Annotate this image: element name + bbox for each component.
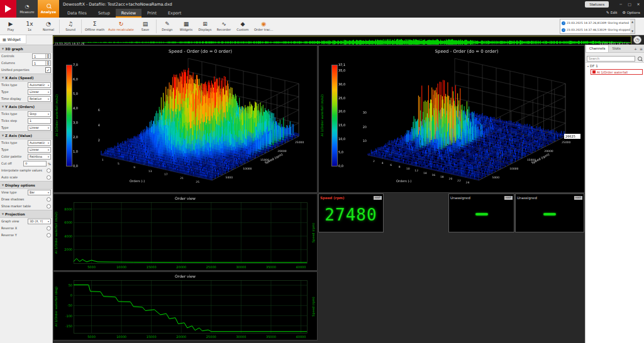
stepper-arrows-icon[interactable]: ▲▼	[45, 54, 50, 58]
panel-menu-icon[interactable]: ≡	[638, 45, 644, 52]
status-row: i23.03.2025 14:37:26,81309Storing starte…	[560, 19, 630, 26]
hist-badge: HIST	[504, 196, 513, 200]
tab-export[interactable]: Export	[162, 9, 187, 18]
toolbar-button-label: Auto recalculate	[108, 28, 134, 31]
analyze-button[interactable]: Analyze	[38, 0, 59, 18]
color-palette-dropdown[interactable]: Rainbow▾	[28, 154, 51, 160]
unassigned-display-2[interactable]: Unassigned HIST	[515, 193, 584, 232]
scroll-up-icon[interactable]: ▲	[631, 20, 633, 23]
toolbar-button-order-trac[interactable]: ◉Order trac...	[252, 20, 275, 32]
tab-widget[interactable]: ▦ Widget	[0, 35, 26, 44]
draw-shadows-toggle[interactable]	[47, 197, 51, 202]
order-view-plot-top[interactable]	[53, 193, 318, 271]
toolbar-button-recorder[interactable]: ∿Recorder	[214, 20, 233, 32]
toolbar-button-save[interactable]: ▤Save	[136, 20, 155, 32]
magnifier-icon	[47, 4, 51, 9]
waterfall-plot-right[interactable]	[318, 45, 585, 193]
section-header-display-options[interactable]: ▼Display options	[0, 181, 52, 189]
tab-print[interactable]: Print	[142, 9, 162, 18]
section-header-x-axis-speed[interactable]: ▼X Axis (Speed)	[0, 74, 52, 82]
toolbar-button-offline-math[interactable]: ΣOffline math	[83, 20, 106, 32]
section-header-3d-graph[interactable]: ▼3D graph	[0, 45, 52, 53]
chevron-down-icon: ▾	[48, 97, 49, 101]
graph-view-dropdown[interactable]: 3D (X, Y)▾	[28, 219, 51, 224]
widgets-icon: ▦	[184, 21, 189, 27]
status-row: i23.03.2025 14:37:46,53029Storing stoppe…	[560, 26, 630, 33]
toolbar-button-sound[interactable]: ♫Sound	[61, 20, 80, 32]
reverse-y-toggle[interactable]	[47, 233, 51, 237]
play-icon: ▶	[9, 21, 13, 27]
view-type-dropdown[interactable]: Bar▾	[28, 190, 51, 195]
maximize-button[interactable]: ▢	[625, 1, 634, 8]
auto-scale-toggle[interactable]	[47, 175, 51, 180]
type-dropdown[interactable]: Linear▾	[28, 89, 51, 95]
clock-button[interactable]: ◷	[633, 36, 641, 44]
search-input[interactable]	[587, 56, 635, 62]
stepper-arrows-icon[interactable]: ▲▼	[45, 61, 50, 65]
statuses-scrollbar[interactable]: ▲ ▼	[630, 19, 635, 33]
widget-tab-label: Widget	[8, 37, 21, 41]
edit-button[interactable]: ✎Edit	[606, 10, 618, 14]
prop-label: Controls	[1, 55, 32, 58]
interpolate-sample-values-toggle[interactable]	[47, 168, 51, 173]
cut-off-input[interactable]: 0	[23, 161, 47, 166]
section-header-projection[interactable]: ▼Projection	[0, 210, 52, 218]
tab-data-files[interactable]: Data files	[62, 9, 92, 18]
toolbar-button-normal[interactable]: ◔Normal	[39, 20, 58, 32]
speed-digital-display[interactable]: Speed (rpm) HIST 27480	[318, 193, 384, 232]
tab-slots[interactable]: Slots	[609, 45, 623, 52]
toolbar-button-displays[interactable]: ⊞Displays	[196, 20, 214, 32]
toolbar-button-1x[interactable]: 1x1x	[20, 20, 39, 32]
close-button[interactable]: ✕	[634, 1, 643, 8]
ticks-type-dropdown[interactable]: Step▾	[28, 111, 51, 117]
section-header-y-axis-orders[interactable]: ▼Y Axis (Orders)	[0, 102, 52, 111]
tree-node-df-1[interactable]: ▾DF 1	[586, 63, 644, 69]
type-dropdown[interactable]: Linear▾	[28, 125, 51, 131]
ticks-step-input[interactable]: 1	[28, 118, 51, 124]
toolbar-button-play[interactable]: ▶Play	[1, 20, 20, 32]
statuses-log: i23.03.2025 14:37:26,81309Storing starte…	[560, 19, 635, 34]
toolbar-button-widgets[interactable]: ▦Widgets	[177, 20, 196, 32]
toolbar-separator	[156, 19, 157, 33]
type-dropdown[interactable]: Linear▾	[28, 147, 51, 153]
time-display-dropdown[interactable]: Relative▾	[28, 96, 51, 102]
ticks-type-dropdown[interactable]: Automatic▾	[28, 140, 51, 146]
unified-properties-checkbox[interactable]: ✓	[45, 67, 51, 73]
display-title: Speed (rpm)	[320, 196, 345, 200]
show-marker-table-toggle[interactable]	[47, 204, 51, 209]
mode-normal-icon: ◔	[46, 21, 51, 27]
tab-setup[interactable]: Setup	[92, 9, 116, 18]
ticks-type-dropdown[interactable]: Automatic▾	[28, 82, 51, 88]
status-text: Storing started	[608, 21, 629, 24]
columns-stepper[interactable]: 1▲▼	[32, 60, 51, 66]
prop-label: Show marker table	[1, 205, 47, 209]
unassigned-display-1[interactable]: Unassigned HIST	[448, 193, 514, 232]
chevron-down-icon: ▾	[48, 84, 49, 87]
options-button[interactable]: ⚙Options	[622, 10, 640, 14]
section-header-z-axis-value[interactable]: ▼Z Axis (Value)	[0, 131, 52, 139]
prop-row-interpolate-sample-values: Interpolate sample values	[0, 167, 52, 174]
toolbar-button-label: Widgets	[180, 28, 192, 31]
tab-channels[interactable]: Channels	[586, 45, 609, 52]
scroll-down-icon[interactable]: ▼	[631, 30, 633, 33]
toolbar-button-design[interactable]: ✎Design	[158, 20, 177, 32]
overview-timeline[interactable]	[53, 36, 631, 44]
order-view-plot-bottom[interactable]	[53, 271, 318, 340]
waterfall-plot-left[interactable]	[53, 45, 318, 193]
search-icon[interactable]	[636, 55, 643, 62]
tree-item-ai-1-order-waterfall[interactable]: AI 1/Order waterfall	[591, 69, 643, 75]
prop-row-type: TypeLinear▾	[0, 146, 52, 153]
reverse-x-toggle[interactable]	[47, 226, 51, 231]
statuses-button[interactable]: Statuses	[585, 1, 609, 8]
prop-row-cut-off: Cut off0%	[0, 160, 52, 167]
design-icon: ✎	[165, 21, 170, 27]
toolbar-button-custom[interactable]: ◆Custom	[233, 20, 252, 32]
toolbar-button-auto-recalculate[interactable]: ↻Auto recalculate	[106, 20, 136, 32]
tab-review[interactable]: Review	[116, 9, 142, 18]
input-suffix: %	[48, 162, 51, 166]
chevron-down-icon: ▼	[2, 134, 4, 137]
measure-button[interactable]: ◔ Measure	[16, 0, 38, 18]
controls-stepper[interactable]: 1▲▼	[32, 53, 51, 59]
minimize-button[interactable]: ─	[616, 1, 625, 8]
panel-plus-button[interactable]: +	[633, 45, 638, 52]
